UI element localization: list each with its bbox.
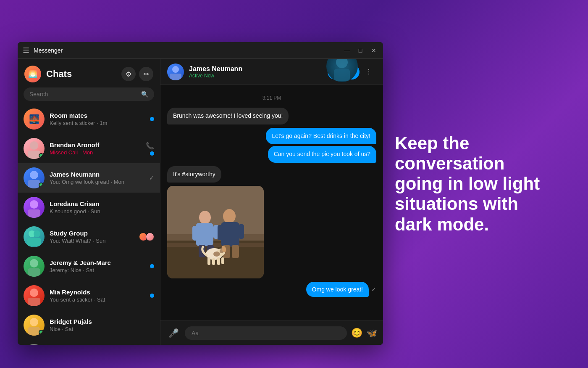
svg-point-13 <box>30 318 38 326</box>
svg-rect-12 <box>28 298 40 306</box>
chat-name: Brendan Aronoff <box>50 141 141 148</box>
svg-rect-25 <box>167 243 264 247</box>
search-input[interactable] <box>29 91 138 98</box>
message-bubble: Omg we look great! <box>306 282 369 297</box>
svg-rect-45 <box>221 257 224 264</box>
compose-button[interactable]: ✏ <box>139 67 153 81</box>
list-item[interactable]: Bridget Pujals Nice · Sat <box>18 310 160 340</box>
chat-info: Mia Reynolds You sent a sticker · Sat <box>50 289 145 303</box>
unread-indicator <box>150 117 154 121</box>
list-item[interactable]: 🌉 Room mates Kelly sent a sticker · 1m <box>18 104 160 134</box>
chat-name: Room mates <box>50 112 145 119</box>
sidebar-actions: ⚙ ✏ <box>121 67 153 81</box>
svg-rect-20 <box>334 69 350 81</box>
user-avatar[interactable]: 🌅 <box>24 66 41 82</box>
search-icon: 🔍 <box>141 91 148 98</box>
contact-name: James Neumann <box>189 65 323 73</box>
chat-preview: You: Omg we look great! · Mon <box>50 179 144 185</box>
sidebar: 🌅 Chats ⚙ ✏ 🔍 🌉 <box>18 59 160 345</box>
chat-meta <box>150 264 154 268</box>
avatar <box>24 167 45 188</box>
list-item[interactable]: Study Group You: Wait! What? · Sun <box>18 222 160 252</box>
list-item[interactable]: Brendan Aronoff Missed Call · Mon 📞 <box>18 134 160 163</box>
message-received: Brunch was awesome! I loved seeing you! <box>167 108 289 124</box>
chat-name: Jeremy & Jean-Marc <box>50 259 145 266</box>
chat-info: Brendan Aronoff Missed Call · Mon <box>50 141 141 156</box>
close-button[interactable]: ✕ <box>370 47 378 54</box>
message-image <box>167 186 264 278</box>
message-bubble: Brunch was awesome! I loved seeing you! <box>167 108 289 124</box>
main-content: 🌅 Chats ⚙ ✏ 🔍 🌉 <box>18 59 383 345</box>
avatar: 🌉 <box>24 109 45 130</box>
search-bar[interactable]: 🔍 <box>24 87 154 101</box>
svg-rect-42 <box>207 257 210 265</box>
avatar <box>24 138 45 159</box>
chat-info: Bridget Pujals Nice · Sat <box>50 318 149 332</box>
message-group-sent: Let's go again? Best drinks in the city!… <box>266 128 376 163</box>
mic-button[interactable]: 🎤 <box>166 326 181 340</box>
unread-indicator <box>150 151 154 156</box>
chat-info: Loredana Crisan K sounds good · Sun <box>50 200 149 214</box>
chat-name: Loredana Crisan <box>50 200 149 207</box>
gear-icon: ⚙ <box>126 70 131 78</box>
call-icon: 📞 <box>146 142 154 150</box>
chat-name: Bridget Pujals <box>50 318 149 325</box>
chat-name: Study Group <box>50 230 136 237</box>
unread-indicator <box>150 294 154 298</box>
messages-area[interactable]: 3:11 PM Brunch was awesome! I loved seei… <box>160 85 383 320</box>
online-indicator <box>39 330 44 335</box>
svg-point-32 <box>223 209 236 223</box>
timestamp: 3:11 PM <box>167 95 376 101</box>
svg-rect-43 <box>212 258 215 265</box>
message-input[interactable] <box>185 326 347 340</box>
chat-panel: James Neumann Active Now 📞 🎥 ⋮ <box>160 59 383 345</box>
chat-name: James Neumann <box>50 171 144 178</box>
svg-rect-37 <box>232 245 239 258</box>
list-item[interactable]: Loredana Crisan K sounds good · Sun <box>18 193 160 222</box>
svg-point-26 <box>199 211 211 224</box>
chat-meta: ✓ <box>149 175 154 181</box>
sidebar-header: 🌅 Chats ⚙ ✏ <box>18 59 160 86</box>
list-item[interactable]: Karan & Brian <box>18 340 160 345</box>
chat-meta: 📞 <box>146 142 154 156</box>
svg-rect-33 <box>221 222 239 246</box>
svg-point-4 <box>30 200 38 209</box>
avatar <box>24 315 45 336</box>
avatar <box>24 285 45 306</box>
list-item[interactable]: James Neumann You: Omg we look great! · … <box>18 163 160 193</box>
chat-info: James Neumann You: Omg we look great! · … <box>50 171 144 185</box>
svg-rect-8 <box>27 238 41 246</box>
minimize-button[interactable]: — <box>343 47 351 54</box>
chat-preview: Jeremy: Nice · Sat <box>50 267 145 273</box>
svg-rect-35 <box>239 224 244 239</box>
menu-icon[interactable]: ☰ <box>23 46 29 55</box>
avatar <box>24 256 45 277</box>
last-message-row: Omg we look great! ✓ <box>306 282 376 297</box>
read-receipt-icon: ✓ <box>371 286 376 293</box>
sidebar-title: Chats <box>46 69 116 79</box>
chat-preview: You sent a sticker · Sat <box>50 297 145 303</box>
avatar <box>24 226 45 247</box>
emoji-button[interactable]: 😊 <box>351 328 362 339</box>
delivered-icon: ✓ <box>149 175 154 181</box>
svg-point-9 <box>30 259 38 267</box>
contact-status: Active Now <box>189 73 323 79</box>
promo-text: Keep the conversation going in low light… <box>395 133 563 235</box>
contact-info: James Neumann Active Now <box>189 65 323 79</box>
maximize-button[interactable]: □ <box>356 47 365 54</box>
chat-preview: K sounds good · Sun <box>50 208 149 214</box>
chat-meta <box>141 233 154 241</box>
avatar <box>24 344 45 345</box>
butterfly-button[interactable]: 🦋 <box>367 328 377 338</box>
settings-button[interactable]: ⚙ <box>121 67 136 81</box>
list-item[interactable]: Jeremy & Jean-Marc Jeremy: Nice · Sat <box>18 252 160 281</box>
chat-meta <box>150 294 154 298</box>
svg-rect-28 <box>192 226 198 241</box>
chat-preview: Kelly sent a sticker · 1m <box>50 120 145 126</box>
app-title: Messenger <box>34 47 343 54</box>
message-bubble: Can you send the pic you took of us? <box>268 146 376 163</box>
more-options-button[interactable]: ⋮ <box>361 64 376 79</box>
list-item[interactable]: Mia Reynolds You sent a sticker · Sat <box>18 281 160 310</box>
svg-point-40 <box>213 252 220 257</box>
svg-point-19 <box>336 59 348 68</box>
